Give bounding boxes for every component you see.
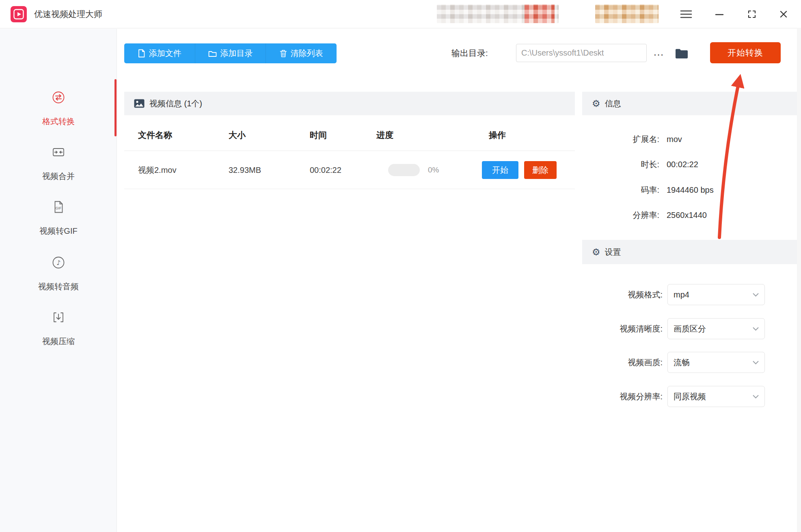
setting-label: 视频格式: <box>582 289 663 300</box>
close-button[interactable] <box>775 6 792 22</box>
sidebar-item-label: 视频压缩 <box>0 336 117 347</box>
setting-video-resolution: 视频分辨率: 同原视频 <box>582 386 797 407</box>
video-info-header-label: 视频信息 (1个) <box>149 98 202 109</box>
minimize-button[interactable] <box>710 6 728 22</box>
row-start-button[interactable]: 开始 <box>482 161 518 179</box>
chevron-down-icon <box>753 327 759 331</box>
sidebar-active-indicator <box>114 79 117 136</box>
add-folder-label: 添加目录 <box>220 48 253 59</box>
setting-video-format: 视频格式: mp4 <box>582 284 797 305</box>
image-icon <box>134 99 145 108</box>
setting-label: 视频分辨率: <box>582 391 663 402</box>
video-clarity-select[interactable]: 画质区分 <box>667 318 765 339</box>
column-header-filename: 文件名称 <box>138 129 172 141</box>
info-value: 1944460 bps <box>667 185 714 195</box>
video-quality-select[interactable]: 流畅 <box>667 352 765 373</box>
chevron-down-icon <box>753 293 759 297</box>
info-label: 扩展名: <box>582 134 659 145</box>
setting-label: 视频画质: <box>582 357 663 368</box>
select-value: 流畅 <box>674 357 690 368</box>
setting-video-clarity: 视频清晰度: 画质区分 <box>582 318 797 339</box>
clear-list-label: 清除列表 <box>291 48 323 59</box>
add-folder-button[interactable]: 添加目录 <box>195 43 266 63</box>
menu-icon[interactable] <box>677 6 695 22</box>
clear-list-button[interactable]: 清除列表 <box>266 43 337 63</box>
output-dir-label: 输出目录: <box>451 44 488 62</box>
scrollbar-track[interactable] <box>797 29 801 532</box>
row-delete-button[interactable]: 删除 <box>524 161 557 179</box>
video-resolution-select[interactable]: 同原视频 <box>667 386 765 407</box>
table-divider <box>124 189 575 189</box>
output-dir-input[interactable] <box>516 44 647 62</box>
file-name-cell: 视频2.mov <box>138 164 176 176</box>
setting-video-quality: 视频画质: 流畅 <box>582 352 797 373</box>
chevron-down-icon <box>753 361 759 364</box>
sidebar-item-video-to-gif[interactable]: GIF 视频转GIF <box>0 200 117 236</box>
column-header-actions: 操作 <box>489 129 506 141</box>
select-value: 同原视频 <box>674 391 706 402</box>
settings-panel-title: 设置 <box>605 247 621 258</box>
file-time-cell: 00:02:22 <box>310 164 341 176</box>
info-panel-header: ⚙ 信息 <box>582 92 797 115</box>
redacted-region-1-red <box>525 4 555 23</box>
chevron-down-icon <box>753 395 759 398</box>
video-compress-icon <box>51 310 66 325</box>
column-header-size: 大小 <box>229 129 246 141</box>
sidebar-item-video-to-audio[interactable]: ♪ 视频转音频 <box>0 255 117 292</box>
app-window: 优速视频处理大师 格式转换 <box>0 0 801 532</box>
video-to-gif-icon: GIF <box>51 200 66 214</box>
info-value: 2560x1440 <box>667 211 707 220</box>
info-label: 分辨率: <box>582 210 659 221</box>
redacted-region-2 <box>595 4 659 23</box>
file-actions-toolbar: 添加文件 添加目录 清除列表 <box>124 43 337 63</box>
add-file-label: 添加文件 <box>149 48 181 59</box>
sidebar-item-format-convert[interactable]: 格式转换 <box>0 90 117 127</box>
gear-icon: ⚙ <box>592 248 600 257</box>
maximize-button[interactable] <box>743 6 761 22</box>
table-divider <box>124 151 575 151</box>
info-label: 时长: <box>582 159 659 170</box>
column-header-time: 时间 <box>310 129 327 141</box>
info-value: mov <box>667 135 682 144</box>
start-convert-button[interactable]: 开始转换 <box>710 42 781 63</box>
app-title: 优速视频处理大师 <box>34 0 102 28</box>
video-to-audio-icon: ♪ <box>51 255 66 270</box>
select-value: 画质区分 <box>674 323 706 334</box>
settings-panel-header: ⚙ 设置 <box>582 240 797 264</box>
sidebar-item-video-compress[interactable]: 视频压缩 <box>0 310 117 347</box>
info-field-resolution: 分辨率: 2560x1440 <box>582 202 797 228</box>
gear-icon: ⚙ <box>592 99 600 108</box>
setting-label: 视频清晰度: <box>582 323 663 334</box>
redacted-region-1 <box>437 4 559 23</box>
trash-icon <box>280 50 287 58</box>
sidebar-item-label: 视频转GIF <box>0 226 117 236</box>
browse-more-button[interactable]: … <box>651 42 666 62</box>
format-convert-icon <box>51 90 66 105</box>
gif-icon-label: GIF <box>56 206 62 210</box>
add-folder-icon <box>208 50 217 57</box>
video-merge-icon <box>51 145 66 159</box>
info-value: 00:02:22 <box>667 160 698 169</box>
sidebar-item-label: 视频转音频 <box>0 281 117 292</box>
sidebar-item-label: 格式转换 <box>0 116 117 127</box>
info-field-duration: 时长: 00:02:22 <box>582 152 797 177</box>
open-folder-button[interactable] <box>672 45 691 62</box>
annotation-arrow <box>0 0 801 532</box>
info-field-extension: 扩展名: mov <box>582 127 797 152</box>
app-logo-icon <box>11 6 27 22</box>
sidebar-item-video-merge[interactable]: 视频合并 <box>0 145 117 181</box>
folder-filled-icon <box>675 48 689 59</box>
column-header-progress: 进度 <box>376 129 393 141</box>
file-size-cell: 32.93MB <box>229 164 261 176</box>
video-format-select[interactable]: mp4 <box>667 284 765 305</box>
video-info-header: 视频信息 (1个) <box>124 92 575 115</box>
music-note-glyph: ♪ <box>56 259 60 267</box>
add-file-icon <box>138 49 145 58</box>
titlebar: 优速视频处理大师 <box>0 0 801 28</box>
add-file-button[interactable]: 添加文件 <box>124 43 195 63</box>
info-panel-title: 信息 <box>605 98 621 109</box>
select-value: mp4 <box>674 290 689 299</box>
progress-percent: 0% <box>428 164 439 176</box>
info-label: 码率: <box>582 185 659 196</box>
sidebar-item-label: 视频合并 <box>0 171 117 181</box>
